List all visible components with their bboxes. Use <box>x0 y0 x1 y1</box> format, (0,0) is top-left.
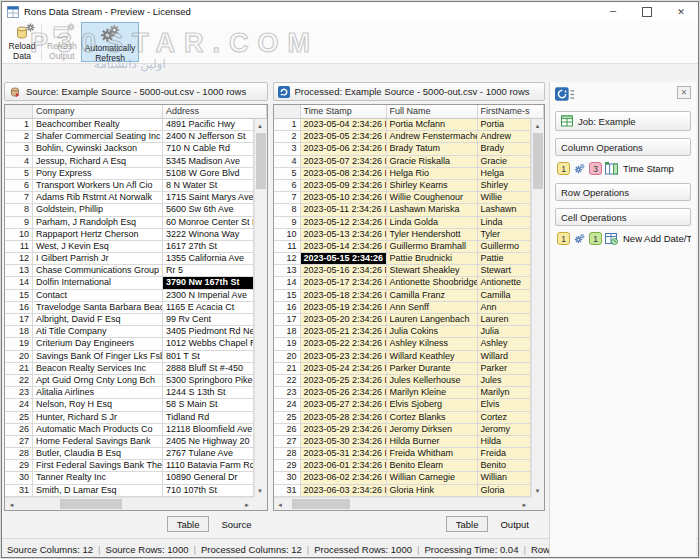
table-cell[interactable]: Shafer Commercial Seating Inc <box>33 131 163 143</box>
table-cell[interactable]: 2023-05-18 2:34:26 PM <box>301 290 387 302</box>
scroll-up-icon[interactable] <box>531 119 544 132</box>
table-cell[interactable]: Lashawn <box>478 204 531 216</box>
table-cell[interactable]: Linda Golda <box>387 217 478 229</box>
table-cell[interactable]: 2400 N Jefferson St <box>163 131 254 143</box>
table-cell[interactable]: Guillermo <box>478 241 531 253</box>
row-number[interactable]: 9 <box>5 217 33 229</box>
scroll-thumb[interactable] <box>256 133 266 189</box>
table-cell[interactable]: Antionette <box>478 277 531 289</box>
table-cell[interactable]: Andrew Fenstermacher <box>387 131 478 143</box>
table-cell[interactable]: Smith, D Lamar Esq <box>33 485 163 497</box>
table-cell[interactable]: Bohlin, Cywinski Jackson <box>33 143 163 155</box>
table-cell[interactable]: Elvis Sjoberg <box>387 399 478 411</box>
table-cell[interactable]: Tidland Rd <box>163 412 254 424</box>
table-cell[interactable]: Camilla Franz <box>387 290 478 302</box>
automatically-refresh-button[interactable]: Automatically Refresh <box>81 22 140 62</box>
row-number-header[interactable] <box>274 105 301 118</box>
row-number[interactable]: 17 <box>274 314 301 326</box>
table-cell[interactable]: 2023-05-14 2:34:26 PM <box>301 241 387 253</box>
row-number[interactable]: 22 <box>274 375 301 387</box>
column-header-address[interactable]: Address <box>163 105 267 118</box>
table-cell[interactable]: 2023-05-09 2:34:26 PM <box>301 180 387 192</box>
table-cell[interactable]: Freida <box>478 448 531 460</box>
table-cell[interactable]: Linda <box>478 217 531 229</box>
table-cell[interactable]: 2023-05-30 2:34:26 PM <box>301 436 387 448</box>
row-number[interactable]: 1 <box>5 119 33 131</box>
row-number[interactable]: 2 <box>5 131 33 143</box>
row-number[interactable]: 25 <box>5 412 33 424</box>
table-cell[interactable]: 3222 Winona Way <box>163 229 254 241</box>
table-cell[interactable]: Cortez <box>478 412 531 424</box>
table-cell[interactable]: 2023-05-29 2:34:26 PM <box>301 424 387 436</box>
table-cell[interactable]: 2023-05-23 2:34:26 PM <box>301 351 387 363</box>
table-cell[interactable]: Lauren <box>478 314 531 326</box>
scroll-right-icon[interactable] <box>518 498 531 511</box>
row-number[interactable]: 20 <box>5 351 33 363</box>
row-number[interactable]: 24 <box>5 399 33 411</box>
scroll-thumb[interactable] <box>60 499 122 509</box>
table-cell[interactable]: 2023-05-05 2:34:26 PM <box>301 131 387 143</box>
table-cell[interactable]: Butler, Claudia B Esq <box>33 448 163 460</box>
table-cell[interactable]: 2023-06-02 2:34:26 PM <box>301 472 387 484</box>
table-cell[interactable]: 2023-05-07 2:34:26 PM <box>301 156 387 168</box>
table-cell[interactable]: Nelson, Roy H Esq <box>33 399 163 411</box>
table-cell[interactable]: Julia Cokins <box>387 326 478 338</box>
row-number[interactable]: 19 <box>5 338 33 350</box>
row-number[interactable]: 24 <box>274 399 301 411</box>
row-number[interactable]: 8 <box>5 204 33 216</box>
row-number[interactable]: 29 <box>5 460 33 472</box>
table-cell[interactable]: 2023-05-16 2:34:26 PM <box>301 265 387 277</box>
table-cell[interactable]: Ati Title Company <box>33 326 163 338</box>
table-cell[interactable]: Pattie <box>478 253 531 265</box>
table-cell[interactable]: Beacon Realty Services Inc <box>33 363 163 375</box>
table-cell[interactable]: 2023-05-06 2:34:26 PM <box>301 143 387 155</box>
table-cell[interactable]: Andrew <box>478 131 531 143</box>
table-cell[interactable]: Willian Carnegie <box>387 472 478 484</box>
tab-table[interactable]: Table <box>446 516 489 532</box>
table-cell[interactable]: Home Federal Savings Bank <box>33 436 163 448</box>
table-cell[interactable]: Criterium Day Engineers <box>33 338 163 350</box>
table-cell[interactable]: 2023-05-31 2:34:26 PM <box>301 448 387 460</box>
table-cell[interactable]: 1244 S 13th St <box>163 387 254 399</box>
table-cell[interactable]: Guillermo Bramhall <box>387 241 478 253</box>
row-number[interactable]: 18 <box>5 326 33 338</box>
table-cell[interactable]: Pony Express <box>33 168 163 180</box>
refresh-output-button[interactable]: Refresh Output <box>43 22 81 62</box>
table-cell[interactable]: 801 T St <box>163 351 254 363</box>
table-cell[interactable]: 2023-05-27 2:34:26 PM <box>301 399 387 411</box>
processed-vertical-scrollbar[interactable] <box>531 119 544 497</box>
table-cell[interactable]: Beachcomber Realty <box>33 119 163 131</box>
table-cell[interactable]: Ashley <box>478 338 531 350</box>
table-cell[interactable]: Ann <box>478 302 531 314</box>
table-cell[interactable]: Antionette Shoobridge <box>387 277 478 289</box>
row-number[interactable]: 23 <box>274 387 301 399</box>
table-cell[interactable]: Willian <box>478 472 531 484</box>
table-cell[interactable]: Willard <box>478 351 531 363</box>
row-number[interactable]: 26 <box>274 424 301 436</box>
table-cell[interactable]: Tyler <box>478 229 531 241</box>
table-cell[interactable]: 12118 Bloomfield Ave <box>163 424 254 436</box>
tab-table[interactable]: Table <box>167 516 210 532</box>
table-cell[interactable]: Shirley <box>478 180 531 192</box>
tab-source[interactable]: Source <box>211 516 261 532</box>
table-cell[interactable]: Jeromy <box>478 424 531 436</box>
table-cell[interactable]: 2023-05-10 2:34:26 PM <box>301 192 387 204</box>
cell-operations-header[interactable]: Cell Operations <box>555 208 691 226</box>
column-header-fullname[interactable]: Full Name <box>387 105 478 118</box>
row-number[interactable]: 26 <box>5 424 33 436</box>
row-number[interactable]: 23 <box>5 387 33 399</box>
table-cell[interactable]: 4891 Pacific Hwy <box>163 119 254 131</box>
table-cell[interactable]: Tyler Hendershott <box>387 229 478 241</box>
row-number[interactable]: 30 <box>274 472 301 484</box>
table-cell[interactable]: Julia <box>478 326 531 338</box>
row-number[interactable]: 31 <box>5 485 33 497</box>
table-cell[interactable]: 2023-05-22 2:34:26 PM <box>301 338 387 350</box>
row-number[interactable]: 10 <box>274 229 301 241</box>
table-cell[interactable]: Jules Kellerhouse <box>387 375 478 387</box>
table-cell[interactable]: Rappaport Hertz Cherson <box>33 229 163 241</box>
row-number[interactable]: 28 <box>5 448 33 460</box>
table-cell[interactable]: 8 N Water St <box>163 180 254 192</box>
table-cell[interactable]: Camilla <box>478 290 531 302</box>
table-cell[interactable]: Gloria <box>478 485 531 497</box>
table-cell[interactable]: Parker <box>478 363 531 375</box>
